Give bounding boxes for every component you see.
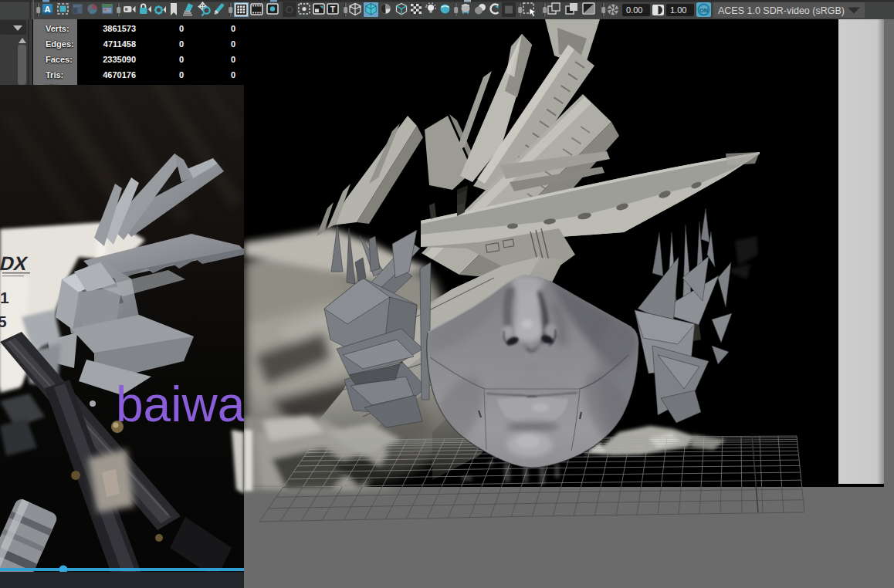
svg-text:T: T xyxy=(330,5,336,14)
svg-text:baiwan: baiwan xyxy=(116,377,244,432)
svg-text:0.00: 0.00 xyxy=(626,5,642,15)
svg-text:ACES 1.0 SDR-video (sRGB): ACES 1.0 SDR-video (sRGB) xyxy=(718,5,845,16)
svg-text:5: 5 xyxy=(0,313,7,330)
svg-text:A: A xyxy=(45,5,51,14)
svg-text:ON: ON xyxy=(699,7,708,14)
svg-text:1: 1 xyxy=(0,289,9,306)
svg-text:1.00: 1.00 xyxy=(670,5,686,15)
